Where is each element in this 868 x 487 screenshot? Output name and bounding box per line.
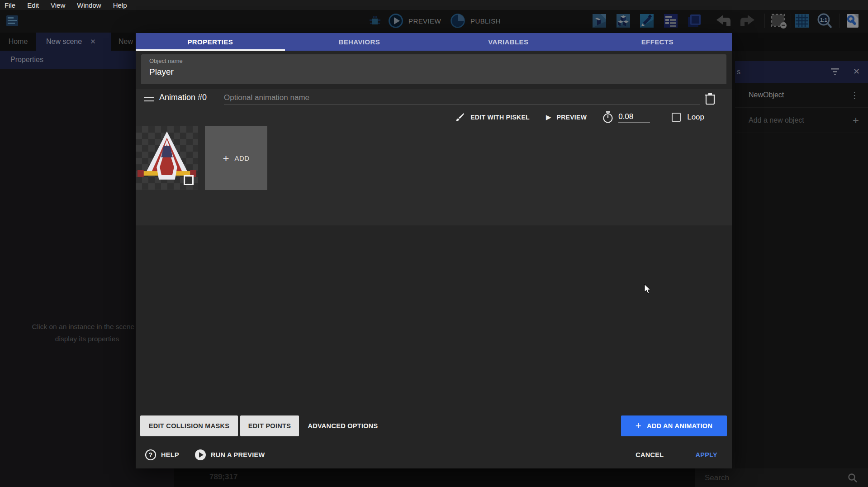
tab-properties[interactable]: PROPERTIES [136, 33, 285, 51]
dialog-tab-bar: PROPERTIES BEHAVIORS VARIABLES EFFECTS [136, 33, 732, 51]
animation-controls: EDIT WITH PISKEL ▶ PREVIEW Loop [136, 109, 732, 126]
menu-bar: File Edit View Window Help [0, 0, 868, 10]
brush-icon [454, 112, 465, 123]
tab-variables[interactable]: VARIABLES [434, 33, 583, 51]
animation-card: Animation #0 EDIT WITH PISKEL ▶ PREVIEW … [136, 89, 732, 225]
run-preview-icon [194, 449, 206, 461]
dialog-footer: ? HELP RUN A PREVIEW CANCEL APPLY [136, 446, 732, 464]
edit-with-piskel-button[interactable]: EDIT WITH PISKEL [470, 114, 530, 121]
help-icon: ? [145, 449, 157, 461]
plus-icon: + [223, 152, 229, 165]
menu-file[interactable]: File [5, 1, 15, 9]
tab-behaviors[interactable]: BEHAVIORS [285, 33, 434, 51]
drag-handle-icon[interactable] [144, 97, 154, 104]
add-an-animation-button[interactable]: + ADD AN ANIMATION [621, 415, 727, 436]
apply-button[interactable]: APPLY [695, 451, 717, 458]
animation-title: Animation #0 [159, 93, 207, 102]
help-button[interactable]: ? HELP [145, 449, 179, 461]
object-name-label: Object name [149, 57, 183, 64]
delete-animation-icon[interactable] [704, 91, 716, 106]
mouse-cursor [644, 284, 653, 296]
menu-edit[interactable]: Edit [27, 1, 39, 9]
cancel-button[interactable]: CANCEL [636, 451, 664, 458]
tab-effects[interactable]: EFFECTS [583, 33, 732, 51]
svg-text:?: ? [149, 451, 153, 458]
time-between-frames-input[interactable] [618, 112, 650, 123]
run-a-preview-button[interactable]: RUN A PREVIEW [194, 449, 265, 461]
frame-select-checkbox[interactable] [184, 175, 194, 185]
plus-icon: + [636, 420, 641, 432]
add-frame-button[interactable]: + ADD [205, 126, 267, 190]
loop-label: Loop [687, 113, 704, 122]
play-icon: ▶ [546, 113, 551, 121]
menu-window[interactable]: Window [77, 1, 101, 9]
animation-name-input[interactable] [224, 91, 700, 105]
object-name-input[interactable] [149, 67, 692, 77]
sprite-frame-thumbnail[interactable] [136, 126, 198, 190]
object-name-field[interactable]: Object name [141, 54, 726, 84]
loop-checkbox[interactable] [672, 113, 681, 122]
edit-collision-masks-button[interactable]: EDIT COLLISION MASKS [140, 415, 238, 436]
object-editor-dialog: PROPERTIES BEHAVIORS VARIABLES EFFECTS O… [136, 33, 732, 468]
preview-animation-button[interactable]: PREVIEW [557, 114, 587, 121]
menu-view[interactable]: View [51, 1, 65, 9]
stopwatch-icon [602, 111, 614, 124]
edit-points-button[interactable]: EDIT POINTS [240, 415, 299, 436]
advanced-options-button[interactable]: ADVANCED OPTIONS [302, 415, 384, 436]
menu-help[interactable]: Help [113, 1, 127, 9]
